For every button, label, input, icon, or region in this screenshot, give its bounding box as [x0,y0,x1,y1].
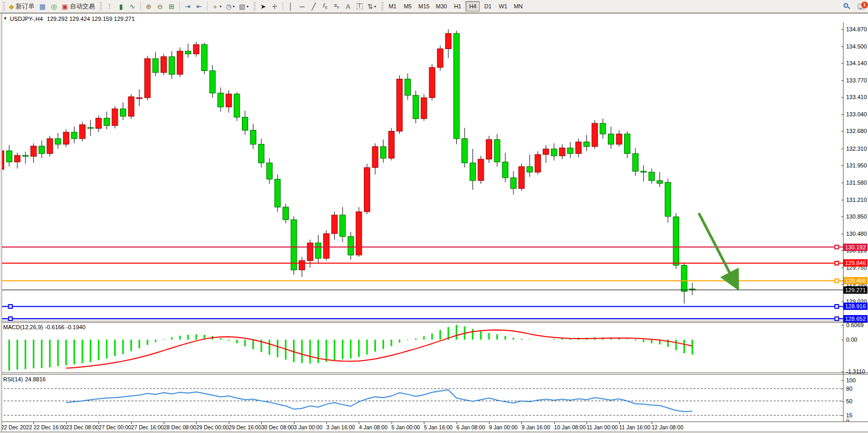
cursor-tool-button[interactable]: ➤ [258,1,269,12]
trend-arrow[interactable] [699,213,738,289]
price-tick: 130.850 [846,213,867,220]
navigator-button[interactable]: ◎ [48,1,59,12]
line-chart-icon: ∿ [130,3,136,10]
candle-chart-mode-button[interactable]: ▮ [115,1,127,12]
clock-icon: ◷ [226,3,231,10]
price-tick: 133.410 [846,94,867,100]
zoom-out-button[interactable]: ⊖ [154,1,166,12]
new-order-button[interactable]: ◆ 新订单 [7,1,36,12]
chevron-down-icon: ▾ [219,4,222,9]
fibonacci-tool[interactable]: ≡F [331,1,343,12]
time-axis[interactable]: 22 Dec 202222 Dec 16:0023 Dec 08:0027 De… [0,422,868,431]
hline-price-badge: 130.192 [843,244,867,251]
macd-label: MACD(12,26,9)-0.6166 -0.1940 [3,324,88,330]
arrows-icon: ⇅ [368,3,373,10]
macd-pane[interactable]: MACD(12,26,9)-0.6166 -0.1940 [0,322,843,372]
toolbar-grip[interactable] [253,2,256,10]
rsi-axis-tick: 15 [846,412,852,418]
ohlc-values: 129.292 129.424 129.159 129.271 [47,16,135,22]
vertical-line-icon: │ [289,3,293,10]
toolbar-separator [283,2,283,11]
search-icon [843,3,850,9]
zoom-in-button[interactable]: ⊕ [143,1,154,12]
indicators-button[interactable]: ＋▾ [210,1,224,12]
chart-shift-button[interactable]: ⇤ [193,1,205,12]
timeframe-button-M30[interactable]: M30 [433,1,449,11]
line-chart-mode-button[interactable]: ∿ [127,1,138,12]
time-tick-label: 5 Jan 16:00 [424,424,453,430]
hline-price-badge: 129.468 [843,277,867,284]
time-tick-label: 23 Dec 08:00 [66,424,99,430]
timeframe-button-MN[interactable]: MN [511,1,525,11]
time-tick-label: 28 Dec 08:00 [164,424,196,430]
time-tick-label: 10 Jan 08:00 [554,424,586,430]
time-tick-label: 22 Dec 2022 [1,424,32,430]
chart-title: ▼ USDJPY-,H4 129.292 129.424 129.159 129… [3,15,135,22]
market-watch-icon: ▦ [39,3,45,10]
market-watch-button[interactable]: ▦ [36,1,48,12]
price-tick: 133.770 [846,77,867,83]
timeframe-button-M15[interactable]: M15 [416,1,432,11]
new-order-icon: ◆ [9,3,14,10]
window-frame-left [0,14,2,431]
notification-badge: 1 [861,2,868,8]
trendline-tool[interactable]: ╱ [308,1,320,12]
time-tick-label: 29 Dec 16:00 [229,424,261,430]
price-tick: 131.950 [846,162,867,169]
zoom-out-icon: ⊖ [157,3,163,10]
fibonacci-icon: ≡F [334,3,339,9]
text-label-icon: T [357,3,363,9]
rsi-pane[interactable]: RSI(14)24.8816 [0,375,843,422]
bar-chart-mode-button[interactable]: ⫶ [104,1,115,12]
rsi-label: RSI(14)24.8816 [3,376,48,382]
hline-price-badge: 128.652 [843,315,867,322]
template-icon: ▧ [239,3,245,10]
auto-scroll-button[interactable]: ⇥ [182,1,193,12]
timeframe-button-D1[interactable]: D1 [481,1,495,11]
crosshair-icon: ✛ [272,3,277,10]
chevron-down-icon: ▾ [374,4,376,9]
chat-button[interactable]: 1 [858,4,865,9]
new-order-label: 新订单 [16,2,34,11]
timeframe-button-M5[interactable]: M5 [401,1,415,11]
vertical-line-tool[interactable]: │ [285,1,297,12]
auto-trading-button[interactable]: ▣ 自动交易 [59,1,97,12]
text-tool[interactable]: A [343,1,354,12]
horizontal-line-icon: ─ [300,3,304,10]
toolbar-grip[interactable] [381,2,384,10]
bar-chart-icon: ⫶ [108,3,110,10]
time-tick-label: 11 Jan 00:00 [586,424,618,430]
timeframe-button-M1[interactable]: M1 [386,1,400,11]
timeframe-button-H4[interactable]: H4 [466,1,480,11]
time-tick-label: 9 Jan 16:00 [521,424,550,430]
crosshair-tool-button[interactable]: ✛ [269,1,280,12]
label-tool[interactable]: T [354,1,365,12]
search-button[interactable] [841,1,852,12]
arrows-tool[interactable]: ⇅▾ [365,1,378,12]
time-tick-label: 30 Dec 08:00 [261,424,294,430]
horizontal-line-tool[interactable]: ─ [297,1,308,12]
auto-trading-icon: ▣ [62,3,68,10]
timeframe-button-H1[interactable]: H1 [450,1,464,11]
toolbar-grip[interactable] [100,2,102,10]
timeframe-button-W1[interactable]: W1 [496,1,510,11]
channel-tool[interactable]: ⫽E [320,1,331,12]
rsi-axis-tick: 80 [846,386,852,392]
collapse-triangle-icon[interactable]: ▼ [3,16,7,21]
price-tick: 130.480 [846,231,867,237]
macd-signal-line [66,330,692,368]
time-tick-label: 5 Jan 00:00 [392,424,420,430]
chart-window: ▼ USDJPY-,H4 129.292 129.424 129.159 129… [0,13,868,433]
main-chart-canvas[interactable] [0,22,843,321]
auto-trading-label: 自动交易 [70,2,95,11]
chevron-down-icon: ▾ [233,4,235,9]
price-axis[interactable]: 134.870134.500134.140133.770133.410133.0… [843,22,868,422]
tile-windows-button[interactable]: ⊞ [166,1,177,12]
time-tick-label: 9 Jan 00:00 [489,424,518,430]
time-tick-label: 12 Jan 08:00 [652,424,683,430]
toolbar-grip[interactable] [3,2,5,10]
templates-button[interactable]: ▧▾ [237,1,250,12]
hline-price-badge: 128.916 [843,303,867,310]
price-tick: 134.500 [846,43,867,50]
periods-button[interactable]: ◷▾ [224,1,237,12]
